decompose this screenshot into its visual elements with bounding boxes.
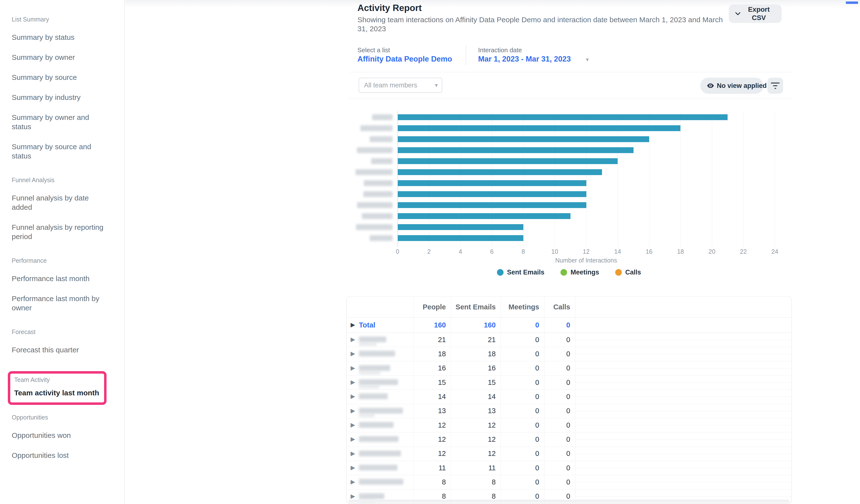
x-tick-label: 4: [459, 248, 462, 255]
chart-gridline: [618, 111, 618, 247]
x-tick-label: 22: [740, 248, 747, 255]
expand-row-icon[interactable]: ▶: [350, 365, 355, 371]
redacted-name: [359, 465, 398, 471]
x-tick-label: 14: [614, 248, 621, 255]
meetings-cell: 0: [501, 432, 539, 446]
people-cell: 13: [414, 404, 446, 418]
people-cell: 14: [414, 389, 446, 404]
expand-total-icon[interactable]: ▶: [350, 321, 355, 328]
sent-emails-bar: [398, 224, 523, 230]
redacted-category-label: [371, 158, 392, 164]
no-view-applied-button[interactable]: No view applied: [700, 78, 763, 94]
legend-item-sent-emails: Sent Emails: [497, 269, 544, 276]
redacted-name: [359, 422, 393, 428]
chart-legend: Sent EmailsMeetingsCalls: [346, 269, 792, 276]
sidebar-section-header: Team Activity: [14, 376, 100, 383]
sidebar-item-funnel-analysis-by-reporting-period[interactable]: Funnel analysis by reporting period: [12, 217, 104, 247]
meetings-cell: 0: [501, 332, 539, 347]
legend-item-calls: Calls: [615, 269, 641, 276]
legend-dot-icon: [560, 269, 567, 276]
expand-row-icon[interactable]: ▶: [350, 393, 355, 400]
activity-report-page: List SummarySummary by statusSummary by …: [0, 0, 860, 504]
export-csv-button[interactable]: Export CSV: [729, 4, 782, 23]
calls-cell: 0: [544, 361, 570, 375]
total-row: ▶Total16016000: [347, 317, 791, 333]
calls-cell[interactable]: 0: [544, 317, 570, 332]
people-cell: 8: [414, 475, 446, 489]
meetings-cell: 0: [501, 389, 539, 404]
sidebar-item-opportunities-lost[interactable]: Opportunities lost: [12, 445, 104, 465]
legend-item-meetings: Meetings: [560, 269, 599, 276]
sent-emails-cell[interactable]: 160: [451, 317, 496, 332]
chart-gridline: [712, 111, 712, 247]
interaction-date-dropdown[interactable]: Mar 1, 2023 - Mar 31, 2023: [478, 55, 571, 63]
redacted-subtext: [359, 371, 381, 374]
column-header-people: People: [414, 296, 446, 317]
redacted-category-label: [356, 224, 392, 230]
expand-row-icon[interactable]: ▶: [350, 435, 355, 443]
column-header-calls: Calls: [544, 296, 570, 317]
selected-list-link[interactable]: Affinity Data People Demo: [357, 55, 452, 63]
page-title: Activity Report: [357, 3, 422, 13]
divider: [349, 72, 792, 72]
redacted-name: [359, 394, 388, 399]
redacted-category-label: [357, 202, 392, 208]
interaction-date-label: Interaction date: [478, 46, 522, 54]
empty-column-divider: [575, 439, 791, 440]
redacted-subtext: [359, 414, 374, 417]
sidebar-item-summary-by-source[interactable]: Summary by source: [12, 68, 104, 87]
sidebar-item-summary-by-source-and-status[interactable]: Summary by source and status: [12, 137, 104, 166]
team-members-dropdown[interactable]: All team members ▾: [359, 78, 442, 93]
calls-cell: 0: [544, 432, 570, 446]
redacted-name: [359, 408, 403, 414]
sidebar-item-opportunities-won[interactable]: Opportunities won: [12, 425, 104, 445]
chart-gridline: [586, 111, 586, 247]
sidebar-item-team-activity-last-month[interactable]: Team activity last month: [14, 385, 100, 399]
redacted-category-label: [364, 180, 392, 186]
sidebar-item-summary-by-industry[interactable]: Summary by industry: [12, 87, 104, 107]
sent-emails-cell: 13: [451, 404, 496, 418]
meetings-cell: 0: [501, 475, 539, 489]
sidebar-item-summary-by-status[interactable]: Summary by status: [12, 27, 104, 47]
browser-edge-fragment: [846, 1, 858, 4]
sent-emails-bar: [398, 213, 571, 219]
calls-cell: 0: [544, 475, 570, 489]
expand-row-icon[interactable]: ▶: [350, 407, 355, 414]
sidebar-item-forecast-this-quarter[interactable]: Forecast this quarter: [12, 340, 104, 360]
horizontal-scrollbar[interactable]: [349, 500, 789, 502]
sidebar-item-summary-by-owner-and-status[interactable]: Summary by owner and status: [12, 107, 104, 137]
empty-column-divider: [575, 340, 791, 340]
redacted-name: [359, 379, 398, 385]
sidebar-item-performance-last-month[interactable]: Performance last month: [12, 269, 104, 288]
expand-row-icon[interactable]: ▶: [350, 336, 355, 343]
calls-cell: 0: [544, 461, 570, 475]
sidebar-item-summary-by-owner[interactable]: Summary by owner: [12, 47, 104, 68]
meetings-cell: 0: [501, 447, 539, 461]
filter-button[interactable]: [768, 78, 783, 94]
people-cell: 12: [414, 447, 446, 461]
people-cell: 21: [414, 332, 446, 347]
sidebar-item-performance-last-month-by-owner[interactable]: Performance last month by owner: [12, 288, 104, 318]
eye-icon: [706, 82, 714, 90]
expand-row-icon[interactable]: ▶: [350, 450, 355, 457]
expand-row-icon[interactable]: ▶: [350, 478, 355, 485]
meetings-cell: 0: [501, 404, 539, 418]
people-cell[interactable]: 160: [414, 317, 446, 332]
calls-cell: 0: [544, 418, 570, 432]
sent-emails-cell: 12: [451, 447, 496, 461]
legend-label: Sent Emails: [507, 269, 544, 276]
meetings-cell: 0: [501, 461, 539, 475]
expand-row-icon[interactable]: ▶: [350, 493, 355, 500]
sidebar-item-funnel-analysis-by-date-added[interactable]: Funnel analysis by date added: [12, 188, 104, 217]
expand-row-icon[interactable]: ▶: [350, 464, 355, 471]
sent-emails-cell: 16: [451, 361, 496, 375]
expand-row-icon[interactable]: ▶: [350, 421, 355, 428]
redacted-name: [359, 365, 390, 371]
meetings-cell[interactable]: 0: [501, 317, 539, 332]
sent-emails-bar: [398, 180, 586, 186]
meetings-cell: 0: [501, 375, 539, 389]
empty-column-divider: [575, 397, 791, 397]
expand-row-icon[interactable]: ▶: [350, 379, 355, 386]
expand-row-icon[interactable]: ▶: [350, 350, 355, 357]
total-label[interactable]: Total: [359, 321, 375, 329]
